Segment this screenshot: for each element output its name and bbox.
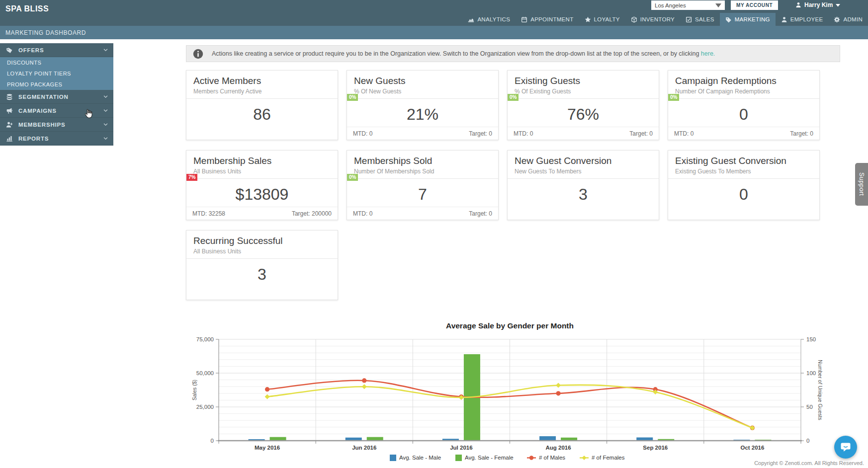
nav-item-analytics[interactable]: ANALYTICS xyxy=(462,13,516,26)
legend-item--of-females[interactable]: # of Females xyxy=(580,455,625,461)
kpi-card-active-members: Active MembersMembers Currently Active86 xyxy=(186,70,338,140)
card-target: Target: 0 xyxy=(469,130,492,137)
legend-item-avg-sale-female[interactable]: Avg. Sale - Female xyxy=(455,455,514,461)
card-value: 3 xyxy=(186,265,338,284)
point-marker xyxy=(362,378,366,383)
nav-item-label: ADMIN xyxy=(843,16,863,22)
analytics-icon xyxy=(468,16,474,23)
nav-item-employee[interactable]: EMPLOYEE xyxy=(776,13,829,26)
card-trend-badge: 0% xyxy=(347,174,358,181)
x-axis-label: Jul 2016 xyxy=(450,445,472,451)
card-divider xyxy=(668,178,819,179)
right-axis-tick: 100 xyxy=(806,370,816,376)
org-view-banner: Actions like creating a service or produ… xyxy=(186,45,840,62)
card-title: Existing Guest Conversion xyxy=(668,151,819,166)
card-target: Target: 200000 xyxy=(292,210,332,217)
point-marker xyxy=(750,425,755,430)
x-axis-label: Jun 2016 xyxy=(352,445,376,451)
svg-text:# of Males: # of Males xyxy=(539,455,565,461)
card-mtd: MTD: 32258 xyxy=(192,210,225,217)
legend-item-avg-sale-male[interactable]: Avg. Sale - Male xyxy=(390,455,441,461)
card-trend-badge: 7% xyxy=(186,174,197,181)
person-plus-icon xyxy=(6,121,13,128)
card-trend-badge: 0% xyxy=(668,94,679,101)
card-title: New Guests xyxy=(347,71,498,86)
card-value: 3 xyxy=(508,185,659,204)
card-title: Memberships Sold xyxy=(347,151,498,166)
card-value: 76% xyxy=(508,105,659,124)
nav-item-label: MARKETING xyxy=(735,16,770,22)
chevron-down-icon xyxy=(103,94,108,99)
nav-item-label: LOYALTY xyxy=(594,16,620,22)
nav-item-loyalty[interactable]: LOYALTY xyxy=(579,13,625,26)
left-axis-tick: 0 xyxy=(211,438,214,444)
card-title: Existing Guests xyxy=(508,71,659,86)
card-value: $13809 xyxy=(186,185,338,204)
nav-item-marketing[interactable]: MARKETING xyxy=(720,13,776,26)
nav-item-label: EMPLOYEE xyxy=(790,16,823,22)
card-subtitle: % Of New Guests xyxy=(347,86,498,95)
card-title: Recurring Successful xyxy=(186,231,338,246)
location-select[interactable]: Los Angeles xyxy=(651,0,725,10)
banner-here-link[interactable]: here. xyxy=(701,50,715,57)
card-divider xyxy=(508,98,659,99)
card-title: Active Members xyxy=(186,71,338,86)
left-axis-tick: 25,000 xyxy=(196,404,214,410)
nav-item-inventory[interactable]: INVENTORY xyxy=(625,13,680,26)
card-divider xyxy=(508,178,659,179)
info-icon xyxy=(193,49,203,59)
nav-item-appointment[interactable]: APPOINTMENT xyxy=(516,13,579,26)
check-square-icon xyxy=(686,16,692,23)
kpi-card-existing-guests: Existing Guests% Of Existing Guests0%76%… xyxy=(507,70,659,140)
card-title: Membership Sales xyxy=(186,151,338,166)
right-axis-tick: 0 xyxy=(806,438,809,444)
user-name: Harry Kim xyxy=(804,1,833,8)
calendar-icon xyxy=(521,16,527,23)
caret-down-icon xyxy=(715,3,721,7)
legend-item--of-males[interactable]: # of Males xyxy=(527,455,565,461)
chat-button[interactable] xyxy=(834,436,857,459)
card-trend-badge: 0% xyxy=(508,94,519,101)
card-mtd: MTD: 0 xyxy=(514,130,533,137)
my-account-button[interactable]: MY ACCOUNT xyxy=(731,0,778,10)
card-target: Target: 0 xyxy=(469,210,492,217)
card-title: New Guest Conversion xyxy=(508,151,659,166)
card-divider xyxy=(186,178,338,179)
card-value: 7 xyxy=(347,185,498,204)
person-icon xyxy=(795,2,801,8)
card-subtitle: Members Currently Active xyxy=(186,86,338,95)
support-tab[interactable]: Support xyxy=(855,163,868,206)
tag-icon xyxy=(725,16,732,23)
kpi-card-new-guest-conversion: New Guest ConversionNew Guests To Member… xyxy=(507,150,659,220)
card-subtitle: All Business Units xyxy=(186,166,338,175)
card-mtd: MTD: 0 xyxy=(353,130,372,137)
nav-item-label: ANALYTICS xyxy=(477,16,510,22)
card-footer: MTD: 0Target: 0 xyxy=(668,127,819,140)
sidebar-group-offers[interactable]: OFFERS xyxy=(0,43,113,57)
card-footer: MTD: 32258Target: 200000 xyxy=(186,207,338,220)
left-axis-tick: 50,000 xyxy=(196,370,214,376)
sidebar-item-loyalty-point-tiers[interactable]: LOYALTY POINT TIERS xyxy=(0,68,113,79)
sidebar-group-memberships[interactable]: MEMBERSHIPS xyxy=(0,118,113,132)
sidebar-group-campaigns[interactable]: CAMPAIGNS xyxy=(0,104,113,118)
location-select-value: Los Angeles xyxy=(655,2,686,8)
banner-message: Actions like creating a service or produ… xyxy=(212,50,701,57)
nav-item-sales[interactable]: SALES xyxy=(680,13,720,26)
sidebar-item-discounts[interactable]: DISCOUNTS xyxy=(0,57,113,68)
nav-item-admin[interactable]: ADMIN xyxy=(828,13,868,26)
page-title: MARKETING DASHBOARD xyxy=(5,29,86,36)
bar-chart-icon xyxy=(6,135,13,142)
kpi-card-new-guests: New Guests% Of New Guests0%21%MTD: 0Targ… xyxy=(347,70,499,140)
right-axis-tick: 50 xyxy=(806,404,813,410)
card-subtitle: All Business Units xyxy=(186,246,338,255)
user-menu[interactable]: Harry Kim xyxy=(795,0,840,10)
card-divider xyxy=(668,98,819,99)
caret-down-icon xyxy=(836,3,840,7)
banner-text: Actions like creating a service or produ… xyxy=(212,50,715,57)
sidebar-group-segmentation[interactable]: SEGMENTATION xyxy=(0,90,113,104)
brand-logo: SPA BLISS xyxy=(5,4,49,13)
marketing-dashboard-page: SPA BLISS Los Angeles MY ACCOUNT Harry K… xyxy=(0,0,868,468)
ticket-icon xyxy=(6,47,13,54)
sidebar-item-promo-packages[interactable]: PROMO PACKAGES xyxy=(0,79,113,90)
sidebar-group-reports[interactable]: REPORTS xyxy=(0,132,113,146)
